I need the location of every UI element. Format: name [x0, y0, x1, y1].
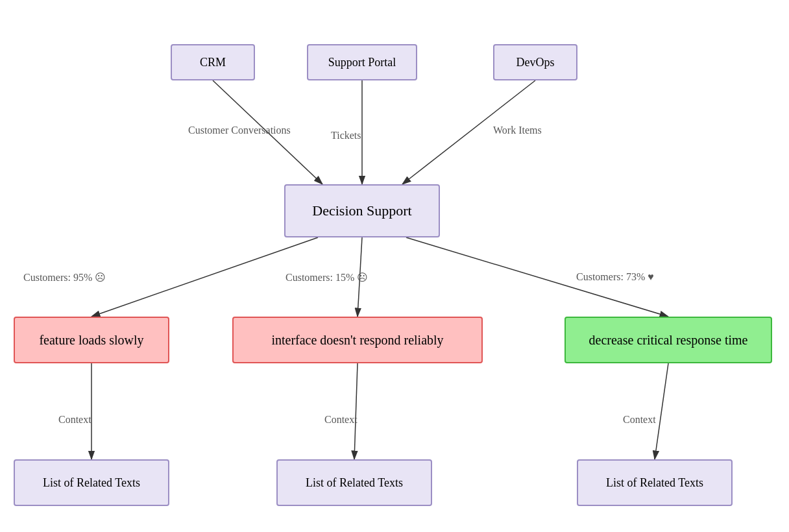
- svg-line-8: [354, 363, 358, 459]
- label-ds-decrease: Customers: 73% ♥: [576, 271, 654, 283]
- related-texts-2-label: List of Related Texts: [306, 476, 403, 490]
- devops-node[interactable]: DevOps: [493, 44, 577, 80]
- crm-node[interactable]: CRM: [171, 44, 255, 80]
- diagram: Customer Conversations Tickets Work Item…: [0, 0, 789, 532]
- interface-unreliable-node[interactable]: interface doesn't respond reliably: [232, 317, 483, 363]
- decision-support-label: Decision Support: [312, 202, 411, 219]
- related-texts-3-node[interactable]: List of Related Texts: [577, 459, 733, 506]
- decrease-response-label: decrease critical response time: [589, 333, 748, 348]
- related-texts-2-node[interactable]: List of Related Texts: [276, 459, 432, 506]
- label-ds-interface: Customers: 15% ☹: [285, 271, 368, 284]
- label-interface-related: Context: [324, 414, 358, 426]
- related-texts-3-label: List of Related Texts: [606, 476, 703, 490]
- crm-label: CRM: [200, 56, 226, 69]
- decrease-response-node[interactable]: decrease critical response time: [564, 317, 772, 363]
- support-portal-label: Support Portal: [328, 56, 396, 69]
- feature-loads-node[interactable]: feature loads slowly: [14, 317, 169, 363]
- label-feature-related: Context: [58, 414, 91, 426]
- feature-loads-label: feature loads slowly: [39, 333, 143, 348]
- decision-support-node[interactable]: Decision Support: [284, 184, 440, 237]
- label-crm-ds: Customer Conversations: [188, 125, 291, 136]
- label-decrease-related: Context: [623, 414, 656, 426]
- label-sp-ds: Tickets: [331, 130, 361, 141]
- devops-label: DevOps: [516, 56, 555, 69]
- support-portal-node[interactable]: Support Portal: [307, 44, 417, 80]
- interface-unreliable-label: interface doesn't respond reliably: [271, 333, 443, 348]
- label-devops-ds: Work Items: [493, 125, 542, 136]
- label-ds-feature: Customers: 95% ☹: [23, 271, 106, 284]
- related-texts-1-node[interactable]: List of Related Texts: [14, 459, 169, 506]
- svg-line-9: [655, 363, 668, 459]
- related-texts-1-label: List of Related Texts: [43, 476, 140, 490]
- svg-line-4: [91, 237, 318, 317]
